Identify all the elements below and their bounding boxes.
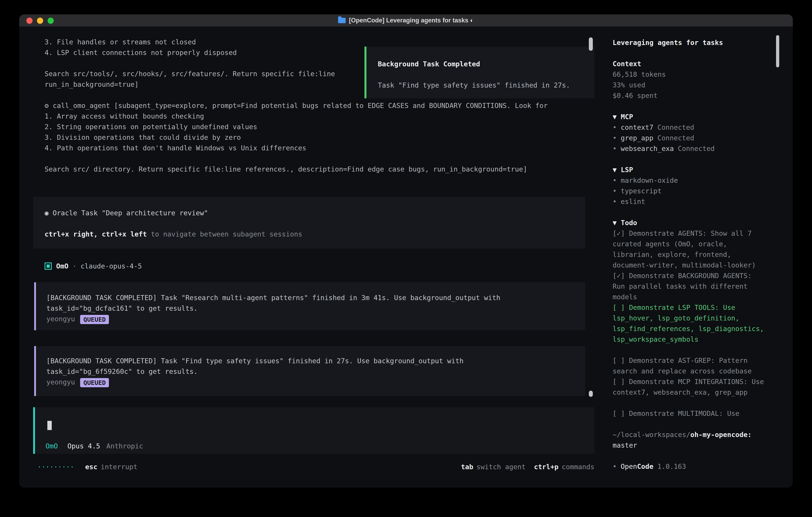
context-heading: Context — [613, 59, 764, 69]
todo-item-active: [ ] Demonstrate LSP TOOLS: Use lsp_hover… — [613, 302, 764, 345]
statusbar-left: ·········escinterrupt — [37, 462, 138, 472]
app-window: [OpenCode] Leveraging agents for tasks ◐… — [19, 15, 793, 488]
oracle-hint-text: to navigate between subagent sessions — [147, 230, 302, 238]
message-card: [BACKGROUND TASK COMPLETED] Task "Find t… — [34, 346, 585, 396]
oracle-task-card[interactable]: ◉Oracle Task "Deep architecture review" … — [33, 197, 585, 249]
lsp-name: markdown-oxide — [620, 176, 678, 184]
queued-badge: QUEUED — [80, 378, 109, 387]
window-title: [OpenCode] Leveraging agents for tasks ◐ — [338, 17, 474, 24]
input-model-name: Opus 4.5 — [67, 442, 100, 450]
lsp-section-heading[interactable]: ▼ LSP — [613, 165, 764, 175]
close-button[interactable] — [26, 18, 33, 24]
sidebar-spacer — [613, 154, 764, 165]
scrollback-line — [45, 153, 594, 164]
session-title: Leveraging agents for tasks — [613, 37, 764, 48]
mcp-status: Connected — [657, 134, 694, 142]
workspace-repo: oh-my-opencode: — [690, 431, 752, 439]
background-task-toast: Background Task Completed Task "Find typ… — [365, 47, 594, 98]
scrollback-line: 1. Array access without bounds checking — [45, 111, 594, 121]
record-icon: ◉ — [45, 209, 49, 217]
message-text: [BACKGROUND TASK COMPLETED] Task "Resear… — [46, 293, 585, 303]
todo-item: [ ] Demonstrate MCP INTEGRATIONS: Use co… — [613, 377, 764, 398]
zoom-button[interactable] — [48, 18, 54, 24]
oracle-hint-line: ctrl+x right, ctrl+x left to navigate be… — [45, 229, 577, 240]
message-author: yeongyu — [46, 315, 75, 323]
bullet-icon: • — [613, 176, 617, 184]
agent-model: claude-opus-4-5 — [81, 262, 142, 270]
mcp-name: websearch_exa — [620, 144, 674, 153]
bullet-icon: • — [613, 124, 617, 131]
toast-title: Background Task Completed — [378, 59, 586, 70]
model-info-line: OmOOpus 4.5Anthropic — [46, 441, 586, 452]
main-scrollbar-thumb[interactable] — [589, 37, 593, 51]
message-author: yeongyu — [46, 378, 75, 386]
lsp-item: •typescript — [613, 186, 764, 196]
message-meta: yeongyuQUEUED — [46, 377, 585, 387]
message-text: task_id="bg_dcfac161" to get results. — [46, 303, 585, 314]
context-tokens: 66,518 tokens — [613, 69, 764, 80]
sidebar-spacer — [613, 48, 764, 59]
mcp-item: •grep_appConnected — [613, 133, 764, 143]
bullet-icon: • — [613, 134, 617, 142]
statusbar-right: tabswitch agentctrl+pcommands — [461, 462, 594, 472]
message-meta: yeongyuQUEUED — [46, 314, 585, 324]
workspace-path: ~/local-workspaces/oh-my-opencode: — [613, 430, 764, 440]
todo-section-heading[interactable]: ▼ Todo — [613, 218, 764, 228]
opencode-name-bold: Code — [637, 462, 654, 470]
oracle-title: Oracle Task "Deep architecture review" — [53, 209, 208, 217]
spinner-icon: ········· — [37, 463, 74, 471]
main-scrollbar-thumb[interactable] — [589, 391, 593, 397]
dot-separator: · — [72, 262, 76, 270]
input-spacer — [46, 430, 586, 441]
minimize-button[interactable] — [37, 18, 43, 24]
todo-item: [✓] Demonstrate AGENTS: Show all 7 curat… — [613, 228, 764, 271]
scrollback-line: 2. String operations on potentially unde… — [45, 121, 594, 132]
input-provider-name: Anthropic — [106, 442, 143, 450]
mcp-item: •context7Connected — [613, 122, 764, 133]
sidebar-spacer — [613, 207, 764, 218]
folder-icon — [338, 18, 346, 23]
scrollback-line: 3. Division operations that could divide… — [45, 132, 594, 143]
bullet-icon: • — [613, 197, 617, 206]
input-line — [46, 419, 586, 430]
sidebar: Leveraging agents for tasks Context 66,5… — [605, 27, 793, 488]
mcp-name: context7 — [620, 124, 654, 131]
oracle-title-line: ◉Oracle Task "Deep architecture review" — [45, 208, 577, 218]
mcp-section-heading[interactable]: ▼ MCP — [613, 112, 764, 122]
titlebar: [OpenCode] Leveraging agents for tasks ◐ — [19, 15, 793, 27]
bullet-icon: • — [613, 144, 617, 153]
prompt-input[interactable]: OmOOpus 4.5Anthropic — [33, 407, 594, 454]
bullet-icon: • — [613, 187, 617, 195]
workspace-branch: master — [613, 440, 764, 451]
message-card: [BACKGROUND TASK COMPLETED] Task "Resear… — [34, 282, 585, 330]
lsp-item: •markdown-oxide — [613, 175, 764, 186]
scrollback-line: Search src/ directory. Return specific f… — [45, 164, 594, 174]
lsp-name: eslint — [620, 197, 645, 206]
tool-call-line: ⚙ call_omo_agent [subagent_type=explore,… — [45, 100, 594, 111]
sidebar-spacer — [613, 101, 764, 112]
sidebar-spacer — [613, 419, 764, 430]
oracle-spacer — [45, 218, 577, 229]
mcp-item: •websearch_exaConnected — [613, 143, 764, 154]
sidebar-spacer — [613, 451, 764, 461]
sidebar-spacer — [613, 345, 764, 355]
agent-icon-core — [47, 265, 50, 268]
window-title-text: [OpenCode] Leveraging agents for tasks ◐ — [349, 17, 474, 24]
mcp-name: grep_app — [620, 134, 654, 142]
esc-key-hint: esc — [85, 463, 97, 471]
lsp-item: •eslint — [613, 196, 764, 207]
message-text: [BACKGROUND TASK COMPLETED] Task "Find t… — [46, 356, 585, 366]
agent-icon — [45, 263, 52, 270]
todo-item: [ ] Demonstrate MULTIMODAL: Use — [613, 408, 764, 419]
tab-key-hint: tab — [461, 463, 473, 471]
opencode-version-number: 1.0.163 — [657, 462, 686, 470]
message-text: task_id="bg_6f59260c" to get results. — [46, 366, 585, 377]
queued-badge: QUEUED — [80, 315, 109, 324]
todo-item: [ ] Demonstrate AST-GREP: Pattern search… — [613, 355, 764, 377]
lsp-name: typescript — [620, 187, 662, 195]
scrollback-line: 4. Path operations that don't handle Win… — [45, 143, 594, 153]
workspace-path-prefix: ~/local-workspaces/ — [613, 431, 690, 439]
context-used: 33% used — [613, 80, 764, 90]
input-agent-name: OmO — [46, 442, 58, 450]
tab-key-label: switch agent — [476, 463, 526, 471]
